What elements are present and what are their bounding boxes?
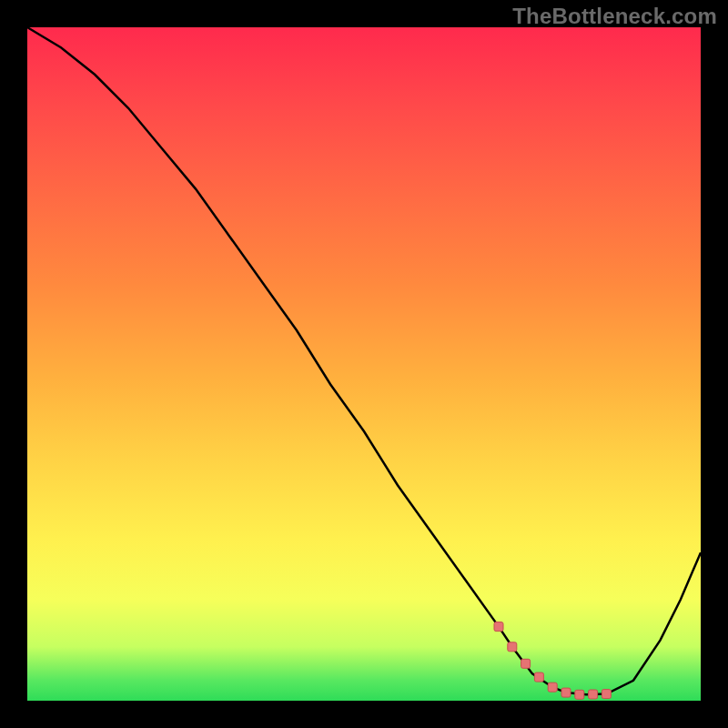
optimal-marker bbox=[602, 690, 611, 699]
optimal-marker bbox=[494, 622, 503, 632]
optimal-range-markers bbox=[27, 27, 701, 701]
optimal-marker bbox=[508, 642, 517, 652]
optimal-marker bbox=[534, 672, 543, 682]
watermark-text: TheBottleneck.com bbox=[512, 4, 717, 29]
optimal-marker bbox=[521, 659, 531, 668]
plot-area bbox=[27, 27, 701, 701]
optimal-marker bbox=[548, 682, 557, 692]
optimal-marker bbox=[561, 688, 571, 697]
optimal-marker bbox=[589, 690, 598, 699]
marker-group bbox=[494, 622, 611, 700]
optimal-marker bbox=[575, 690, 584, 699]
chart-frame: TheBottleneck.com bbox=[0, 0, 728, 728]
